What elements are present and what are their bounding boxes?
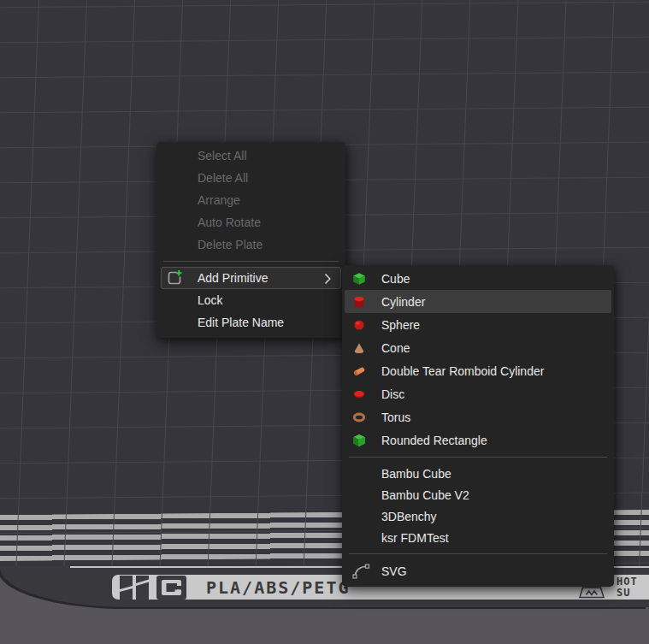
submenu-item-label: ksr FDMTest (381, 531, 449, 545)
menu-item-auto-rotate: Auto Rotate (156, 211, 345, 233)
submenu-item-bambu-cube-v2[interactable]: Bambu Cube V2 (342, 484, 614, 505)
submenu-item-label: Torus (381, 411, 410, 424)
submenu-item-sphere[interactable]: Sphere (342, 313, 614, 336)
bezier-curve-icon (352, 564, 371, 579)
submenu-separator (349, 457, 607, 458)
chevron-right-icon (324, 273, 332, 285)
romboid-cylinder-icon (352, 364, 366, 378)
menu-item-add-primitive[interactable]: Add Primitive (161, 267, 341, 289)
icon-slot (352, 434, 381, 447)
submenu-item-rounded-rectangle[interactable]: Rounded Rectangle (342, 428, 614, 452)
plate-brand-icon (156, 576, 186, 600)
menu-item-label: Delete All (198, 171, 248, 185)
submenu-item-cylinder[interactable]: Cylinder (345, 290, 611, 313)
cylinder-icon (352, 295, 366, 309)
submenu-item-double-tear-romboid-cylinder[interactable]: Double Tear Romboid Cylinder (342, 359, 614, 382)
menu-item-edit-plate-name[interactable]: Edit Plate Name (156, 311, 345, 334)
menu-item-label: Auto Rotate (198, 216, 261, 229)
submenu-item-disc[interactable]: Disc (342, 382, 614, 405)
heatbed-icon (579, 587, 605, 599)
submenu-separator (349, 553, 607, 554)
bambu-logo-icon (120, 576, 149, 600)
icon-slot (352, 387, 381, 401)
submenu-item-label: Cube (381, 272, 410, 286)
submenu-item-3dbenchy[interactable]: 3DBenchy (342, 505, 614, 527)
submenu-item-label: 3DBenchy (381, 510, 437, 523)
menu-item-select-all: Select All (156, 145, 345, 167)
sphere-icon (352, 318, 366, 332)
menu-item-label: Add Primitive (198, 271, 268, 285)
menu-item-label: Lock (198, 293, 223, 307)
menu-item-delete-all: Delete All (156, 167, 345, 189)
context-menu: Select All Delete All Arrange Auto Rotat… (156, 142, 345, 338)
submenu-item-label: Sphere (381, 318, 420, 332)
submenu-item-svg[interactable]: SVG (342, 559, 614, 583)
menu-item-lock[interactable]: Lock (156, 289, 345, 311)
submenu-item-label: Double Tear Romboid Cylinder (381, 364, 544, 378)
cube-icon (352, 272, 366, 286)
add-primitive-icon (166, 269, 183, 287)
submenu-item-label: Cylinder (381, 295, 425, 309)
icon-slot (352, 318, 381, 332)
submenu-item-label: Cone (381, 341, 410, 355)
submenu-item-label: Bambu Cube V2 (381, 488, 469, 502)
add-primitive-submenu: Cube Cylinder Sphere (342, 265, 614, 587)
submenu-item-bambu-cube[interactable]: Bambu Cube (342, 463, 614, 484)
menu-item-label: Arrange (198, 193, 240, 207)
plate-material-label: PLA/ABS/PETG (206, 577, 351, 598)
menu-separator (163, 261, 339, 262)
submenu-item-label: SVG (381, 564, 407, 578)
plate-corner-text: HOT SU (617, 575, 649, 600)
submenu-item-label: Bambu Cube (381, 467, 451, 481)
submenu-item-label: Rounded Rectangle (381, 434, 487, 447)
submenu-item-torus[interactable]: Torus (342, 405, 614, 428)
icon-slot (166, 269, 198, 287)
icon-slot (352, 272, 381, 286)
cone-icon (352, 341, 366, 355)
submenu-item-cone[interactable]: Cone (342, 336, 614, 359)
icon-slot (352, 295, 381, 309)
icon-slot (352, 411, 381, 424)
icon-slot (352, 341, 381, 355)
icon-slot (352, 364, 381, 378)
plate-corner-text-line2: SU (617, 588, 649, 599)
rounded-rectangle-icon (352, 434, 366, 447)
icon-slot (352, 564, 381, 579)
disc-icon (352, 387, 366, 401)
submenu-item-ksr-fdmtest[interactable]: ksr FDMTest (342, 527, 614, 548)
menu-item-label: Edit Plate Name (198, 316, 284, 329)
submenu-item-label: Disc (381, 387, 404, 401)
submenu-item-cube[interactable]: Cube (342, 267, 614, 290)
menu-item-label: Select All (198, 149, 247, 162)
menu-item-arrange: Arrange (156, 189, 345, 211)
app-window: PLA/ABS/PETG HOT SU Select All Delete Al… (0, 0, 649, 644)
menu-item-label: Delete Plate (198, 238, 263, 251)
menu-item-delete-plate: Delete Plate (156, 233, 345, 256)
torus-icon (352, 411, 366, 424)
